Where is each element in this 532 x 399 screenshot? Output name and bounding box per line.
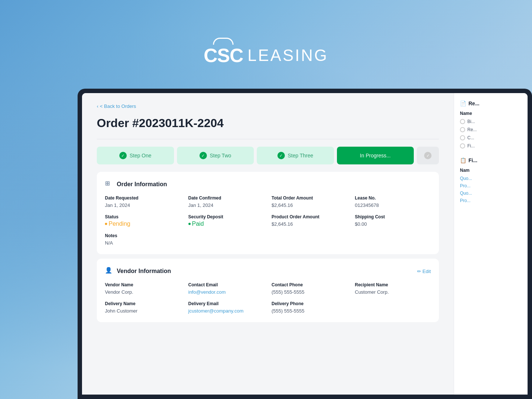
product-order-amount-label: Product Order Amount <box>272 214 348 219</box>
delivery-phone-label: Delivery Phone <box>272 301 348 306</box>
step-two-button[interactable]: ✓ Step Two <box>177 147 254 164</box>
status-label: Status <box>105 214 181 219</box>
status-badge: Pending <box>105 221 181 227</box>
date-confirmed-value: Jan 1, 2024 <box>188 202 214 208</box>
date-requested-label: Date Requested <box>105 195 181 201</box>
contact-email-field: Contact Email info@vendor.com <box>188 282 265 295</box>
files-name-label: Nam <box>460 168 522 173</box>
logo-container: CSC LEASING <box>204 44 328 66</box>
delivery-email-value: jcustomer@company.com <box>188 308 244 314</box>
step-two-label: Step Two <box>210 153 231 158</box>
vendor-info-card: 👤 Vendor Information ✏ Edit Vendor Name … <box>97 259 439 322</box>
final-step-button[interactable]: ✓ <box>417 147 439 164</box>
in-progress-label: In Progress... <box>360 153 391 158</box>
product-order-amount-value: $2,645.16 <box>272 221 293 227</box>
right-sidebar: 📄 Re... Name Bi... Re... C... <box>454 93 528 395</box>
total-order-amount-value: $2,645.16 <box>272 202 293 208</box>
shipping-cost-label: Shipping Cost <box>355 214 431 219</box>
radio-circle-1 <box>460 119 465 124</box>
receipt-option-4[interactable]: Fi... <box>460 143 522 149</box>
edit-label: Edit <box>423 269 431 274</box>
status-value: Pending <box>109 221 130 227</box>
contact-email-label: Contact Email <box>188 282 265 287</box>
shipping-cost-field: Shipping Cost $0.00 <box>355 214 431 227</box>
delivery-phone-field: Delivery Phone (555) 555-5555 <box>272 301 348 314</box>
step-three-label: Step Three <box>288 153 313 158</box>
receipt-option-2-label: Re... <box>467 127 477 132</box>
recipient-name-field: Recipient Name Customer Corp. <box>355 282 431 295</box>
receipt-option-2[interactable]: Re... <box>460 127 522 132</box>
receipt-section-title: 📄 Re... <box>460 100 522 106</box>
back-link-label: < Back to Orders <box>100 103 136 109</box>
delivery-name-label: Delivery Name <box>105 301 181 306</box>
laptop-frame: ‹ < Back to Orders Order #2023011K-2204 … <box>78 89 532 399</box>
radio-circle-3 <box>460 135 465 140</box>
lease-no-value: 012345678 <box>355 202 379 208</box>
receipt-name-label: Name <box>460 111 522 116</box>
logo-csc: CSC <box>204 44 243 66</box>
order-info-grid: Date Requested Jan 1, 2024 Date Confirme… <box>105 195 431 246</box>
edit-vendor-link[interactable]: ✏ Edit <box>417 269 431 274</box>
in-progress-button[interactable]: In Progress... <box>337 147 414 164</box>
step-one-label: Step One <box>130 153 151 158</box>
receipt-option-1[interactable]: Bi... <box>460 119 522 124</box>
order-info-title: ⊞ Order Information <box>105 180 431 189</box>
title-divider <box>97 139 439 139</box>
total-order-amount-field: Total Order Amount $2,645.16 <box>272 195 348 208</box>
date-confirmed-field: Date Confirmed Jan 1, 2024 <box>188 195 265 208</box>
delivery-name-field: Delivery Name John Customer <box>105 301 181 314</box>
receipt-section: 📄 Re... Name Bi... Re... C... <box>460 100 522 149</box>
shipping-cost-value: $0.00 <box>355 221 367 227</box>
file-link-3[interactable]: Quo... <box>460 191 522 196</box>
delivery-name-value: John Customer <box>105 308 137 314</box>
security-deposit-label: Security Deposit <box>188 214 265 219</box>
radio-circle-2 <box>460 127 465 132</box>
delivery-email-field: Delivery Email jcustomer@company.com <box>188 301 265 314</box>
files-section: 📋 Fi... Nam Quo... Pro... Quo... Pro... <box>460 157 522 203</box>
laptop-screen: ‹ < Back to Orders Order #2023011K-2204 … <box>82 93 528 395</box>
notes-label: Notes <box>105 233 181 238</box>
step-three-button[interactable]: ✓ Step Three <box>257 147 334 164</box>
vendor-card-header: 👤 Vendor Information ✏ Edit <box>105 267 431 276</box>
notes-field: Notes N/A <box>105 233 181 246</box>
step-one-check-icon: ✓ <box>119 152 127 159</box>
vendor-name-field: Vendor Name Vendor Corp. <box>105 282 181 295</box>
date-requested-value: Jan 1, 2024 <box>105 202 130 208</box>
file-link-4[interactable]: Pro... <box>460 198 522 203</box>
vendor-info-title: 👤 Vendor Information <box>105 267 171 276</box>
vendor-name-label: Vendor Name <box>105 282 181 287</box>
step-three-check-icon: ✓ <box>277 152 285 159</box>
delivery-email-label: Delivery Email <box>188 301 265 306</box>
contact-email-value: info@vendor.com <box>188 289 226 295</box>
lease-no-label: Lease No. <box>355 195 431 201</box>
contact-phone-field: Contact Phone (555) 555-5555 <box>272 282 348 295</box>
files-icon: 📋 <box>460 157 466 163</box>
logo-area: CSC LEASING <box>204 44 328 66</box>
page-title: Order #2023011K-2204 <box>97 116 439 130</box>
steps-bar: ✓ Step One ✓ Step Two ✓ Step Three In Pr… <box>97 147 439 164</box>
files-section-title: 📋 Fi... <box>460 157 522 163</box>
step-two-check-icon: ✓ <box>200 152 207 159</box>
security-deposit-value: Paid <box>192 221 204 227</box>
file-link-2[interactable]: Pro... <box>460 183 522 188</box>
vendor-icon: 👤 <box>105 267 114 276</box>
file-link-1[interactable]: Quo... <box>460 176 522 181</box>
order-info-card: ⊞ Order Information Date Requested Jan 1… <box>97 172 439 254</box>
recipient-name-label: Recipient Name <box>355 282 431 287</box>
receipt-option-4-label: Fi... <box>467 143 475 149</box>
step-one-button[interactable]: ✓ Step One <box>97 147 174 164</box>
receipt-option-3[interactable]: C... <box>460 135 522 140</box>
status-field: Status Pending <box>105 214 181 227</box>
notes-value: N/A <box>105 240 113 246</box>
date-confirmed-label: Date Confirmed <box>188 195 265 201</box>
main-content: ‹ < Back to Orders Order #2023011K-2204 … <box>82 93 454 395</box>
back-chevron-icon: ‹ <box>97 103 98 109</box>
contact-phone-label: Contact Phone <box>272 282 348 287</box>
radio-circle-4 <box>460 143 465 149</box>
final-step-icon: ✓ <box>424 152 432 159</box>
date-requested-field: Date Requested Jan 1, 2024 <box>105 195 181 208</box>
order-icon: ⊞ <box>105 180 114 189</box>
delivery-phone-value: (555) 555-5555 <box>272 308 304 314</box>
contact-phone-value: (555) 555-5555 <box>272 289 304 295</box>
back-to-orders-link[interactable]: ‹ < Back to Orders <box>97 103 439 109</box>
